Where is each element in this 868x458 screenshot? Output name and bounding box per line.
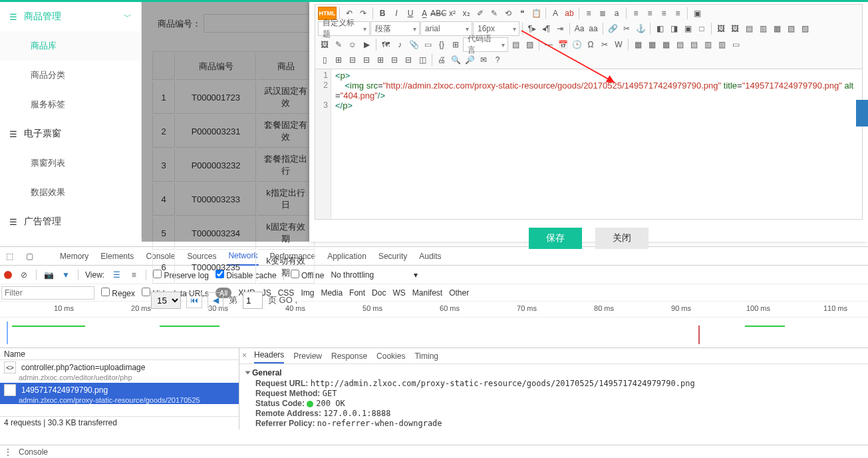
- underline-icon[interactable]: U: [404, 7, 417, 20]
- dir-rtl-icon[interactable]: ◂¶: [539, 22, 553, 35]
- drawer-menu-icon[interactable]: ⋮: [4, 447, 12, 457]
- col-after-icon[interactable]: ▥: [715, 38, 728, 51]
- page-input[interactable]: [243, 292, 263, 309]
- formatmatch-icon[interactable]: ✎: [488, 7, 501, 20]
- source-code[interactable]: <p> <img src="http://admin.zlxoc.com/pro…: [331, 69, 862, 219]
- sidebar-group-goods[interactable]: ☰ 商品管理 ﹀: [0, 2, 141, 31]
- align-justify-icon[interactable]: ≡: [671, 7, 684, 20]
- bold-icon[interactable]: B: [376, 7, 389, 20]
- close-button[interactable]: 关闭: [595, 228, 649, 249]
- insert-multi-image-icon[interactable]: 🖼: [728, 22, 742, 35]
- print-icon[interactable]: 🖨: [435, 53, 448, 67]
- sidebar-group-ads[interactable]: ☰ 广告管理: [0, 207, 141, 236]
- inspect-icon[interactable]: ⬚: [4, 252, 15, 261]
- indent-icon[interactable]: ⇥: [553, 22, 567, 35]
- split-cells-icon[interactable]: ⊞: [374, 53, 387, 67]
- anchor-icon[interactable]: ⚓: [634, 22, 647, 35]
- overview-waterfall[interactable]: [0, 318, 868, 348]
- general-section[interactable]: General: [252, 368, 282, 377]
- sidebar-item-goods-lib[interactable]: 商品库: [0, 31, 141, 61]
- fontborder-icon[interactable]: A̲: [418, 7, 431, 20]
- clear-icon[interactable]: ⊘: [19, 270, 29, 280]
- device-icon[interactable]: ▢: [24, 252, 35, 261]
- table-cell[interactable]: T000003235: [176, 251, 256, 284]
- pasteplain-icon[interactable]: 📋: [529, 7, 543, 20]
- blockquote-icon[interactable]: ❝: [515, 7, 529, 20]
- sidebar-item-ticket-list[interactable]: 票窗列表: [0, 148, 141, 178]
- redo-icon[interactable]: ↷: [357, 7, 370, 20]
- insert-more-2-icon[interactable]: ▥: [756, 22, 770, 35]
- col-before-icon[interactable]: ▥: [701, 38, 714, 51]
- strike-icon[interactable]: A̶B̶C̶: [432, 7, 445, 20]
- tab-security[interactable]: Security: [377, 247, 408, 266]
- backcolor-icon[interactable]: ab: [563, 7, 576, 20]
- sidebar-item-service-tag[interactable]: 服务标签: [0, 90, 141, 119]
- superscript-icon[interactable]: x²: [446, 7, 459, 20]
- forecolor-icon[interactable]: A: [549, 7, 562, 20]
- devtools-drawer[interactable]: ⋮ Console: [0, 445, 868, 458]
- source-code-area[interactable]: 1 2 3 <p> <img src="http://admin.zlxoc.c…: [315, 69, 863, 220]
- paragraph-select[interactable]: 段落: [370, 21, 420, 36]
- filter-toggle-icon[interactable]: ▼: [61, 270, 71, 280]
- split-rows-icon[interactable]: ⊟: [388, 53, 401, 67]
- ul-icon[interactable]: ≣: [596, 7, 609, 20]
- spechars-icon[interactable]: Ω: [584, 38, 597, 51]
- image-right-icon[interactable]: ◨: [667, 22, 680, 35]
- drawer-tab-console[interactable]: Console: [19, 447, 48, 457]
- merge-right-icon[interactable]: ⊟: [346, 53, 359, 67]
- close-detail-icon[interactable]: ×: [242, 351, 247, 360]
- detail-tab-response[interactable]: Response: [331, 351, 367, 363]
- insertcode-icon[interactable]: {}: [435, 38, 448, 51]
- netlist-header[interactable]: Name: [0, 348, 239, 360]
- insertframe-icon[interactable]: ▭: [421, 38, 434, 51]
- style-select[interactable]: 自定义标题: [318, 21, 370, 36]
- emoticon-icon[interactable]: ☺: [346, 38, 359, 51]
- eraser-icon[interactable]: ✐: [474, 7, 487, 20]
- insert-more-3-icon[interactable]: ▦: [770, 22, 784, 35]
- simpleupload-icon[interactable]: 🖼: [318, 38, 331, 51]
- tab-memory[interactable]: Memory: [59, 247, 90, 266]
- page-size-select[interactable]: 15: [151, 292, 181, 309]
- time-icon[interactable]: 🕒: [570, 38, 583, 51]
- regex-checkbox[interactable]: Regex: [101, 288, 135, 298]
- music-icon[interactable]: ♪: [393, 38, 406, 51]
- snapscreen-icon[interactable]: ✂: [598, 38, 611, 51]
- subscript-icon[interactable]: x₂: [460, 7, 473, 20]
- capture-icon[interactable]: 📷: [43, 270, 54, 280]
- autotype-icon[interactable]: ⟲: [502, 7, 515, 20]
- pager-prev-icon[interactable]: ◀: [208, 292, 223, 308]
- view-small-icon[interactable]: ≡: [128, 270, 139, 280]
- codelang-select[interactable]: 代码语言: [463, 37, 508, 52]
- insert-more-1-icon[interactable]: ▤: [742, 22, 756, 35]
- inserttable-icon[interactable]: ▦: [631, 38, 645, 51]
- tab-audits[interactable]: Audits: [418, 247, 442, 266]
- tab-application[interactable]: Application: [326, 247, 368, 266]
- link-icon[interactable]: 🔗: [606, 22, 619, 35]
- touppercase-icon[interactable]: Aa: [573, 22, 586, 35]
- font-family-select[interactable]: arial: [420, 21, 472, 36]
- webapp-icon[interactable]: ⊞: [449, 38, 462, 51]
- date-icon[interactable]: 📅: [556, 38, 569, 51]
- unlink-icon[interactable]: ✂: [620, 22, 633, 35]
- merge-cells-icon[interactable]: ⊞: [332, 53, 345, 67]
- background-icon[interactable]: ▨: [523, 38, 536, 51]
- detail-tab-headers[interactable]: Headers: [254, 350, 284, 363]
- row-after-icon[interactable]: ▤: [687, 38, 700, 51]
- image-center-icon[interactable]: ▣: [681, 22, 694, 35]
- table-cell[interactable]: k变动有效期: [257, 251, 315, 284]
- detail-tab-timing[interactable]: Timing: [414, 351, 438, 363]
- throttle-select[interactable]: No throttling: [331, 270, 374, 280]
- filter-input[interactable]: [1, 286, 94, 300]
- dir-ltr-icon[interactable]: ¶▸: [525, 22, 539, 35]
- tableprops-icon[interactable]: ▦: [645, 38, 658, 51]
- delete-row-icon[interactable]: ▭: [729, 38, 742, 51]
- image-left-icon[interactable]: ◧: [653, 22, 666, 35]
- video-icon[interactable]: ▶: [360, 38, 373, 51]
- scrawl-icon[interactable]: ✎: [332, 38, 345, 51]
- hr-icon[interactable]: —: [542, 38, 555, 51]
- charts-icon[interactable]: ◫: [416, 53, 429, 67]
- insert-image-icon[interactable]: 🖼: [714, 22, 728, 35]
- fullscreen-icon[interactable]: ▣: [690, 7, 704, 20]
- detail-tab-cookies[interactable]: Cookies: [376, 351, 405, 363]
- disclosure-triangle-icon[interactable]: [245, 371, 251, 375]
